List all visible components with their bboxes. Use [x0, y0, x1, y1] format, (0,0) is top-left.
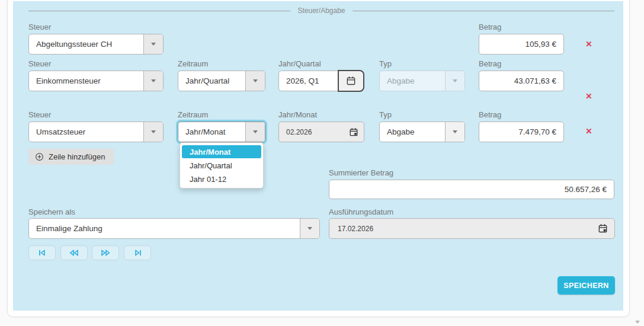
row2-delete-icon[interactable]: ✕	[584, 92, 594, 101]
row2-period-label: Jahr/Quartal	[278, 59, 321, 69]
section-header: Steuer/Abgabe	[28, 7, 614, 15]
chevron-down-icon	[151, 79, 156, 82]
row3-steuer-label: Steuer	[28, 110, 51, 120]
zeitraum-dropdown-popup: Jahr/Monat Jahr/Quartal Jahr 01-12	[180, 142, 264, 188]
save-as-dropdown[interactable]: Einmalige Zahlung	[28, 218, 320, 239]
calendar-icon[interactable]	[598, 223, 608, 234]
row2-steuer-value: Einkommensteuer	[29, 71, 143, 91]
row2-betrag-label: Betrag	[479, 59, 501, 69]
row2-zeitraum-dropdown-button[interactable]	[245, 71, 265, 91]
chevron-down-icon	[151, 43, 156, 46]
divider-line-right	[353, 11, 614, 11]
row1-betrag-field[interactable]: 105,93 €	[479, 34, 564, 55]
row3-typ-dropdown[interactable]: Abgabe	[379, 122, 465, 142]
row2-zeitraum-label: Zeitraum	[178, 59, 208, 69]
page: Steuer/Abgabe Steuer Abgeltungssteuer CH…	[0, 0, 644, 326]
calendar-icon[interactable]	[349, 127, 358, 137]
save-button[interactable]: SPEICHERN	[558, 276, 615, 295]
row3-zeitraum-dropdown[interactable]: Jahr/Monat	[178, 122, 265, 142]
row2-typ-dropdown: Abgabe	[379, 71, 465, 91]
row2-typ-value: Abgabe	[380, 71, 445, 91]
add-row-label: Zeile hinzufügen	[49, 152, 105, 161]
chevron-down-icon	[151, 130, 156, 133]
summed-amount-value: 50.657,26 €	[565, 185, 607, 194]
row3-period-input[interactable]: 02.2026	[278, 122, 364, 142]
row2-period-value: 2026, Q1	[286, 76, 319, 85]
row3-typ-value: Abgabe	[380, 122, 445, 142]
row3-betrag-label: Betrag	[479, 110, 501, 120]
chevron-down-icon	[453, 79, 457, 82]
pagination-next-button[interactable]	[92, 245, 119, 260]
dropdown-option-jahr-quartal[interactable]: Jahr/Quartal	[182, 159, 261, 172]
row2-steuer-label: Steuer	[28, 59, 51, 69]
row3-zeitraum-value: Jahr/Monat	[178, 122, 245, 142]
row1-steuer-value: Abgeltungssteuer CH	[29, 34, 143, 54]
chevron-down-icon	[253, 130, 258, 133]
summed-amount-label: Summierter Betrag	[329, 168, 393, 178]
dropdown-option-jahr-monat[interactable]: Jahr/Monat	[182, 145, 261, 158]
row2-betrag-field[interactable]: 43.071,63 €	[479, 71, 564, 91]
execution-date-label: Ausführungsdatum	[329, 207, 393, 217]
row2-zeitraum-value: Jahr/Quartal	[178, 71, 245, 91]
chevron-down-icon	[307, 227, 312, 230]
skip-last-icon	[133, 249, 143, 257]
pagination-prev-button[interactable]	[60, 245, 88, 260]
chevron-down-icon	[253, 79, 258, 82]
row3-steuer-dropdown-button[interactable]	[143, 122, 163, 142]
row3-period-value: 02.2026	[286, 128, 312, 136]
execution-date-value: 17.02.2026	[338, 225, 373, 233]
row2-zeitraum-dropdown[interactable]: Jahr/Quartal	[178, 71, 265, 91]
row3-typ-label: Typ	[379, 110, 392, 120]
row2-calendar-button[interactable]	[338, 70, 364, 92]
row1-betrag-label: Betrag	[479, 23, 501, 32]
row2-betrag-value: 43.071,63 €	[514, 76, 556, 85]
save-as-label: Speichern als	[28, 207, 75, 217]
row2-typ-dropdown-button	[445, 71, 464, 91]
row3-steuer-dropdown[interactable]: Umsatzsteuer	[28, 122, 164, 142]
fast-forward-icon	[100, 249, 111, 257]
save-as-dropdown-button[interactable]	[300, 219, 319, 238]
row3-betrag-field[interactable]: 7.479,70 €	[479, 122, 564, 142]
row1-delete-icon[interactable]: ✕	[584, 40, 594, 49]
row2-period-input[interactable]: 2026, Q1	[278, 71, 339, 91]
row2-steuer-dropdown-button[interactable]	[143, 71, 163, 91]
row1-steuer-dropdown-button[interactable]	[143, 34, 163, 54]
section-title: Steuer/Abgabe	[297, 7, 345, 15]
dropdown-option-jahr-01-12[interactable]: Jahr 01-12	[182, 172, 261, 186]
row2-steuer-dropdown[interactable]: Einkommensteuer	[28, 71, 164, 91]
plus-circle-icon	[35, 152, 44, 161]
chevron-down-icon	[453, 130, 457, 133]
add-row-button[interactable]: Zeile hinzufügen	[28, 149, 114, 165]
rewind-icon	[69, 249, 79, 257]
row3-zeitraum-dropdown-button[interactable]	[245, 122, 265, 142]
pagination-first-button[interactable]	[28, 245, 56, 260]
divider-line-left	[28, 11, 290, 11]
execution-date-field[interactable]: 17.02.2026	[329, 218, 615, 239]
pagination-last-button[interactable]	[124, 245, 151, 260]
scroll-down-arrow-icon[interactable]	[635, 321, 640, 324]
row1-steuer-dropdown[interactable]: Abgeltungssteuer CH	[28, 34, 164, 55]
row3-betrag-value: 7.479,70 €	[518, 127, 556, 136]
row3-delete-icon[interactable]: ✕	[584, 127, 594, 136]
row2-typ-label: Typ	[379, 59, 392, 69]
save-as-value: Einmalige Zahlung	[29, 219, 300, 238]
row1-betrag-value: 105,93 €	[525, 40, 556, 49]
skip-first-icon	[37, 249, 47, 257]
calendar-icon	[346, 76, 356, 86]
row3-typ-dropdown-button[interactable]	[445, 122, 464, 142]
row3-period-label: Jahr/Monat	[278, 110, 317, 120]
summed-amount-field[interactable]: 50.657,26 €	[329, 180, 614, 199]
row3-steuer-value: Umsatzsteuer	[29, 122, 143, 142]
row3-zeitraum-label: Zeitraum	[178, 110, 208, 120]
row1-steuer-label: Steuer	[28, 23, 51, 32]
